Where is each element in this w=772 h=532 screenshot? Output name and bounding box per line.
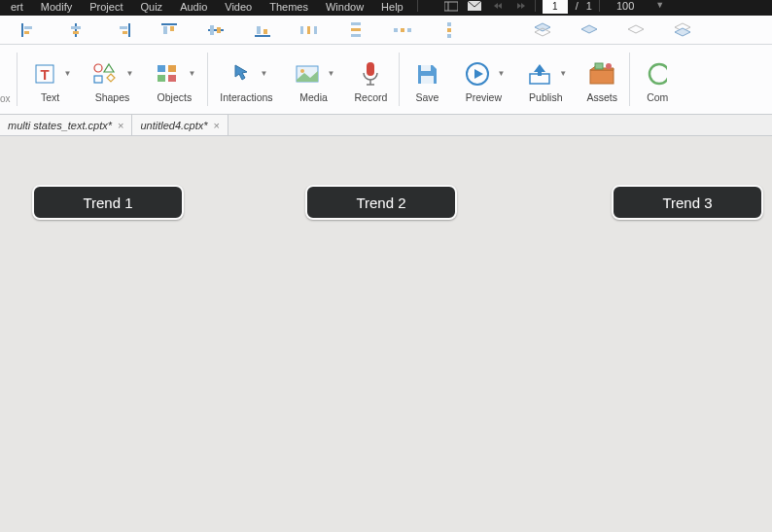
ribbon-record[interactable]: Record — [345, 45, 398, 114]
svg-rect-64 — [538, 70, 542, 76]
layout-icon[interactable] — [444, 0, 458, 12]
ribbon-media[interactable]: ▼ Media — [283, 45, 345, 114]
svg-rect-55 — [367, 62, 374, 76]
document-tab[interactable]: untitled4.cptx* × — [132, 115, 228, 135]
alignment-toolbar — [0, 16, 772, 45]
align-center-h-icon[interactable] — [66, 21, 86, 39]
ribbon-shapes[interactable]: ▼ Shapes — [81, 45, 143, 114]
trend-2-button[interactable]: Trend 2 — [305, 185, 457, 220]
svg-marker-61 — [474, 69, 483, 79]
align-center-v-icon[interactable] — [206, 21, 226, 39]
publish-icon — [524, 58, 555, 89]
ribbon-interactions[interactable]: ▼ Interactions — [210, 45, 282, 114]
svg-marker-46 — [104, 64, 114, 72]
svg-marker-40 — [628, 25, 644, 33]
svg-rect-24 — [263, 29, 267, 34]
zoom-value[interactable]: 100 — [607, 0, 644, 12]
svg-rect-18 — [170, 26, 174, 31]
svg-rect-30 — [351, 34, 361, 37]
svg-rect-26 — [307, 26, 310, 34]
menu-quiz[interactable]: Quiz — [134, 0, 170, 14]
svg-marker-42 — [675, 28, 690, 36]
menu-audio[interactable]: Audio — [173, 0, 214, 14]
layer-forward-icon[interactable] — [579, 21, 599, 39]
svg-marker-6 — [521, 3, 525, 9]
svg-rect-21 — [217, 27, 221, 33]
interactions-icon — [226, 58, 257, 89]
svg-rect-12 — [73, 31, 79, 34]
trend-1-button[interactable]: Trend 1 — [32, 185, 184, 220]
menu-ert[interactable]: ert — [4, 0, 30, 14]
svg-point-54 — [300, 69, 304, 73]
undo-icon[interactable] — [491, 0, 505, 12]
svg-rect-47 — [94, 76, 102, 83]
distribute-h-icon[interactable] — [299, 21, 319, 39]
page-total: 1 — [586, 0, 592, 12]
svg-rect-15 — [123, 31, 127, 34]
menu-themes[interactable]: Themes — [263, 0, 315, 14]
ribbon-assets[interactable]: Assets — [577, 45, 627, 114]
ribbon-save[interactable]: Save — [402, 45, 452, 114]
menu-window[interactable]: Window — [319, 0, 370, 14]
close-icon[interactable]: × — [118, 120, 123, 131]
preview-icon — [462, 58, 493, 89]
svg-rect-52 — [168, 75, 176, 82]
shapes-icon — [90, 58, 122, 89]
svg-point-68 — [649, 64, 667, 84]
document-tab-bar: multi states_text.cptx* × untitled4.cptx… — [0, 115, 772, 136]
svg-point-45 — [94, 64, 102, 72]
svg-rect-51 — [158, 75, 165, 82]
ribbon-preview[interactable]: ▼ Preview — [452, 45, 514, 114]
objects-icon — [153, 58, 184, 89]
trend-3-button[interactable]: Trend 3 — [612, 185, 763, 220]
ribbon-com[interactable]: Com — [632, 45, 673, 114]
svg-rect-9 — [24, 31, 29, 34]
chevron-down-icon: ▼ — [559, 69, 567, 78]
chevron-down-icon: ▼ — [261, 69, 268, 78]
ribbon-publish[interactable]: ▼ Publish — [514, 45, 577, 114]
chevron-down-icon: ▼ — [188, 69, 195, 78]
align-right-icon[interactable] — [113, 21, 132, 39]
svg-rect-23 — [257, 26, 261, 34]
zoom-dropdown-icon[interactable]: ▼ — [655, 0, 664, 10]
menu-modify[interactable]: Modify — [34, 0, 79, 14]
ribbon-objects[interactable]: ▼ Objects — [143, 45, 205, 114]
text-icon: T — [29, 58, 60, 89]
mail-icon[interactable] — [468, 0, 481, 12]
document-tab[interactable]: multi states_text.cptx* × — [0, 115, 132, 135]
record-icon — [355, 58, 386, 89]
svg-rect-49 — [158, 65, 165, 72]
page-current-input[interactable]: 1 — [543, 0, 568, 14]
center-stage-v-icon[interactable] — [439, 21, 459, 39]
svg-marker-4 — [498, 3, 502, 9]
svg-point-67 — [606, 63, 612, 69]
menu-video[interactable]: Video — [218, 0, 259, 14]
svg-rect-0 — [444, 2, 458, 11]
close-icon[interactable]: × — [214, 120, 220, 131]
svg-marker-39 — [581, 25, 597, 33]
layer-backward-icon[interactable] — [626, 21, 646, 39]
ribbon-text[interactable]: T ▼ Text — [19, 45, 82, 114]
svg-rect-35 — [447, 28, 451, 32]
svg-marker-48 — [107, 74, 115, 82]
center-stage-h-icon[interactable] — [393, 21, 412, 39]
redo-icon[interactable] — [514, 0, 528, 12]
svg-rect-33 — [407, 28, 411, 32]
svg-rect-58 — [421, 65, 431, 71]
svg-rect-8 — [24, 26, 32, 29]
menu-help[interactable]: Help — [374, 0, 410, 14]
chevron-down-icon: ▼ — [328, 69, 335, 78]
distribute-v-icon[interactable] — [346, 21, 366, 39]
align-top-icon[interactable] — [159, 21, 179, 39]
layer-back-icon[interactable] — [673, 21, 692, 39]
svg-rect-31 — [394, 28, 398, 32]
svg-rect-66 — [595, 63, 603, 69]
align-left-icon[interactable] — [19, 21, 39, 39]
svg-rect-25 — [300, 26, 303, 34]
layer-front-icon[interactable] — [533, 21, 552, 39]
svg-marker-37 — [535, 23, 550, 31]
menu-project[interactable]: Project — [83, 0, 129, 14]
slide-canvas[interactable]: Trend 1 Trend 2 Trend 3 — [0, 136, 772, 532]
align-bottom-icon[interactable] — [253, 21, 272, 39]
media-icon — [293, 58, 324, 89]
